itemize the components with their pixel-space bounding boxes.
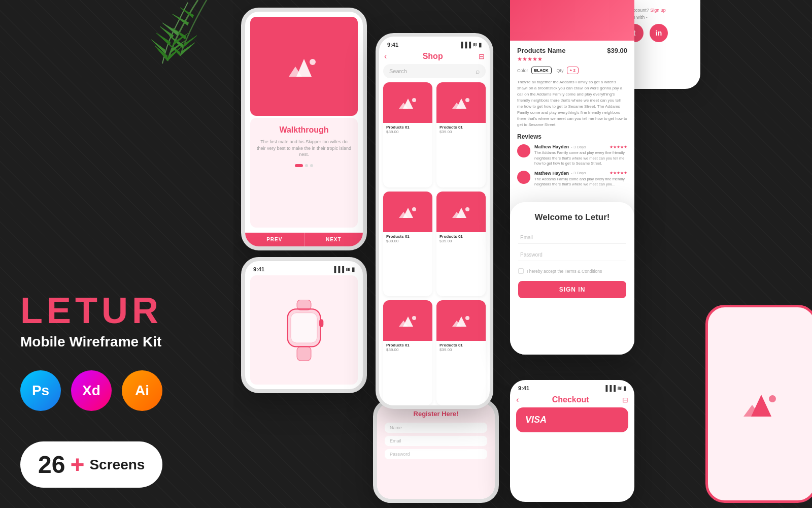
search-placeholder: Search (389, 68, 476, 74)
screens-badge: 26 + Screens (20, 441, 162, 488)
checkout-filter-icon[interactable]: ⊟ (622, 396, 628, 404)
shop-wifi-icon: ≋ (472, 42, 477, 48)
watch-phone: 9:41 ▐▐▐ ≋ ▮ (241, 257, 367, 393)
product-img-5 (383, 300, 432, 341)
product-info-1: Products 01 $39.00 (383, 123, 432, 136)
checkout-status-icons: ▐▐▐ ≋ ▮ (604, 385, 626, 392)
checkout-status-bar: 9:41 ▐▐▐ ≋ ▮ (510, 380, 634, 394)
shop-time: 9:41 (387, 42, 398, 48)
password-field[interactable]: Password (518, 249, 626, 261)
password-input[interactable]: Password (385, 449, 487, 459)
product-info-3: Products 01 $39.00 (383, 232, 432, 245)
svg-rect-6 (319, 319, 323, 327)
name-input[interactable]: Name (385, 423, 487, 433)
mountain-icon-pink (741, 389, 782, 419)
search-bar[interactable]: Search ⌕ (383, 64, 486, 78)
checkout-title: Checkout (519, 395, 622, 404)
review-item-2: Mathew Hayden - 3 Days ★★★★★ The Addams … (517, 171, 627, 187)
email-input[interactable]: Email (385, 436, 487, 446)
welcome-title: Welcome to Letur! (535, 212, 610, 223)
svg-point-16 (412, 207, 416, 211)
search-icon: ⌕ (476, 67, 480, 75)
product-item-4[interactable]: Products 01 $39.00 (436, 192, 486, 297)
dot-2 (305, 164, 308, 167)
review-date-1: - 3 Days (571, 145, 586, 149)
watch-svg (279, 300, 329, 361)
product-price-2: $39.00 (439, 130, 483, 134)
svg-rect-7 (297, 346, 311, 361)
shop-phone: 9:41 ▐▐▐ ≋ ▮ ‹ Shop ⊟ Search ⌕ (376, 33, 493, 409)
battery-icon: ▮ (352, 266, 355, 273)
photoshop-icon: Ps (20, 370, 61, 411)
product-item-2[interactable]: Products 01 $39.00 (436, 82, 486, 187)
product-detail-phone: Products Name $39.00 ★★★★★ Color BLACK Q… (510, 0, 634, 234)
walkthrough-content: Walkthrough The first mate and his Skipp… (245, 12, 363, 246)
checkout-time: 9:41 (518, 385, 529, 391)
svg-point-13 (465, 98, 469, 102)
product-item-1[interactable]: Products 01 $39.00 (383, 82, 432, 187)
filter-icon[interactable]: ⊟ (479, 52, 485, 60)
dot-1 (295, 164, 303, 167)
product-info-4: Products 01 $39.00 (436, 232, 486, 245)
qty-value[interactable]: + 2 (567, 67, 579, 74)
terms-checkbox-row: I hereby accept the Terms & Conditions (518, 268, 626, 274)
product-img-2 (436, 82, 486, 123)
reviewer-name-2: Mathew Hayden (534, 171, 569, 176)
product-options: Color BLACK Qty + 2 (517, 67, 627, 74)
color-label: Color (517, 68, 528, 73)
walkthrough-dots (295, 164, 313, 167)
signin-button[interactable]: SIGN IN (518, 281, 626, 298)
product-img-1 (383, 82, 432, 123)
walkthrough-title: Walkthrough (279, 125, 328, 135)
product-item-6[interactable]: Products 01 $39.00 (436, 300, 486, 405)
register-content: Register Here! Name Email Password (377, 403, 495, 499)
product-item-5[interactable]: Products 01 $39.00 (383, 300, 432, 405)
review-body-1: Mathew Hayden - 3 Days ★★★★★ The Addams … (534, 144, 627, 167)
terms-checkbox[interactable] (518, 268, 524, 274)
register-title: Register Here! (385, 410, 487, 418)
checkout-signal: ▐▐▐ (604, 385, 616, 391)
product-name-4: Products 01 (439, 234, 483, 239)
shop-header: ‹ Shop ⊟ (379, 51, 490, 64)
color-value[interactable]: BLACK (531, 67, 552, 74)
reviewer-avatar-1 (517, 144, 530, 157)
product-img-4 (436, 192, 486, 232)
next-button[interactable]: NEXT (304, 233, 363, 246)
product-name-row: Products Name $39.00 (517, 47, 627, 54)
xd-icon: Xd (71, 370, 112, 411)
product-description: They're all together the Addams Family s… (517, 79, 627, 128)
checkout-wifi: ≋ (617, 385, 622, 392)
pink-outline-phone (705, 305, 812, 503)
svg-point-19 (465, 207, 469, 211)
product-info-5: Products 01 $39.00 (383, 341, 432, 354)
tool-icons: Ps Xd Ai (20, 370, 213, 411)
shop-signal-icon: ▐▐▐ (459, 42, 471, 48)
product-item-3[interactable]: Products 01 $39.00 (383, 192, 432, 297)
status-bar: 9:41 ▐▐▐ ≋ ▮ (245, 261, 363, 275)
product-name: Products Name (517, 47, 565, 54)
product-price-1: $39.00 (386, 130, 429, 134)
linkedin-button[interactable]: in (650, 24, 668, 42)
reviewer-name-1: Mathew Hayden (534, 144, 569, 149)
checkout-header: ‹ Checkout ⊟ (510, 394, 634, 407)
product-price-6: $39.00 (439, 347, 483, 352)
svg-point-2 (310, 59, 316, 65)
svg-rect-3 (297, 300, 311, 310)
time-display: 9:41 (253, 266, 264, 272)
product-price-5: $39.00 (386, 347, 429, 352)
prev-button[interactable]: PREV (245, 233, 304, 246)
welcome-phone: Welcome to Letur! Email Password I hereb… (510, 202, 634, 355)
walkthrough-hero (250, 17, 358, 116)
email-field[interactable]: Email (518, 232, 626, 244)
brand-section: LETUR Mobile Wireframe Kit (20, 292, 213, 370)
checkout-phone: 9:41 ▐▐▐ ≋ ▮ ‹ Checkout ⊟ VISA (510, 380, 634, 502)
svg-rect-5 (291, 312, 317, 342)
main-container: LETUR Mobile Wireframe Kit Ps Xd Ai 26 +… (0, 0, 812, 508)
screens-plus: + (70, 451, 84, 479)
product-top-bar (510, 0, 634, 41)
review-date-2: - 3 Days (571, 171, 586, 175)
signup-link[interactable]: Sign up (650, 8, 666, 13)
walkthrough-desc: The first mate and his Skipper too wille… (256, 139, 352, 158)
wifi-icon: ≋ (346, 266, 350, 273)
svg-point-22 (412, 316, 416, 320)
